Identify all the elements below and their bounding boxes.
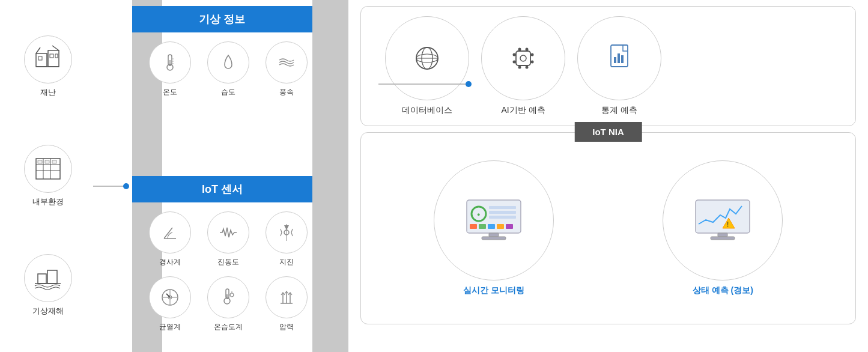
svg-point-41 bbox=[230, 293, 234, 297]
vibration-label: 진동도 bbox=[217, 257, 239, 267]
svg-rect-72 bbox=[621, 55, 624, 63]
svg-rect-90 bbox=[711, 237, 735, 240]
svg-rect-77 bbox=[489, 211, 516, 214]
iot-block: IoT 센서 경사계 bbox=[96, 176, 348, 346]
svg-rect-79 bbox=[470, 224, 477, 229]
svg-rect-83 bbox=[506, 224, 513, 229]
sensor-temperature: 온도 bbox=[144, 41, 196, 97]
wind-circle bbox=[266, 41, 308, 83]
temphum-circle bbox=[207, 276, 249, 318]
monitoring-circle: ● bbox=[434, 160, 554, 281]
sensor-temphum: 온습도계 bbox=[202, 276, 255, 332]
inclinometer-label: 경사계 bbox=[159, 257, 181, 267]
iot-block-header: IoT 센서 bbox=[132, 176, 312, 202]
main-container: 재난 내부환경 bbox=[0, 0, 868, 352]
alert-circle: ! bbox=[663, 160, 783, 281]
svg-rect-82 bbox=[497, 224, 504, 229]
db-circle bbox=[385, 16, 469, 100]
svg-rect-51 bbox=[516, 51, 530, 65]
monitor-alert-icon: ! bbox=[693, 197, 753, 244]
vibration-icon bbox=[217, 222, 239, 243]
svg-rect-18 bbox=[45, 160, 49, 163]
ai-label: AI기반 예측 bbox=[501, 105, 545, 116]
svg-rect-10 bbox=[50, 54, 53, 58]
pressure-icon bbox=[276, 287, 297, 308]
source-circle-disaster bbox=[24, 35, 72, 83]
db-label: 데이터베이스 bbox=[402, 105, 452, 116]
humidity-circle bbox=[207, 41, 249, 83]
svg-rect-11 bbox=[55, 54, 58, 58]
disaster-icon bbox=[33, 44, 63, 74]
iot-title: IoT 센서 bbox=[202, 183, 243, 195]
iot-sensors-grid-row1: 경사계 진동도 bbox=[96, 202, 348, 276]
source-circle-interior bbox=[24, 145, 72, 193]
source-label-disaster: 재난 bbox=[40, 87, 56, 98]
svg-line-8 bbox=[52, 46, 59, 50]
prediction-section: 데이터베이스 bbox=[360, 6, 856, 126]
temperature-label: 온도 bbox=[163, 87, 177, 97]
humidity-icon bbox=[217, 52, 239, 73]
alert-label: 상태 예측 (경보) bbox=[693, 285, 753, 296]
pressure-circle bbox=[266, 276, 308, 318]
svg-text:●: ● bbox=[477, 211, 480, 217]
prediction-ai: AI기반 예측 bbox=[481, 16, 565, 116]
stats-circle bbox=[577, 16, 661, 100]
svg-rect-89 bbox=[718, 233, 727, 237]
weather-sensors-grid: 온도 습도 bbox=[96, 32, 348, 106]
earthquake-icon bbox=[276, 222, 297, 243]
svg-rect-5 bbox=[48, 50, 59, 67]
database-icon bbox=[409, 40, 445, 76]
prediction-stats: 통계 예측 bbox=[577, 16, 661, 116]
svg-rect-81 bbox=[488, 224, 495, 229]
source-item-disaster: 재난 bbox=[24, 35, 72, 98]
svg-rect-19 bbox=[52, 160, 56, 163]
svg-rect-71 bbox=[618, 53, 620, 63]
vibration-circle bbox=[207, 211, 249, 253]
output-alert: ! 상태 예측 (경보) bbox=[615, 145, 832, 312]
source-item-interior: 내부환경 bbox=[24, 145, 72, 207]
crack-label: 균열계 bbox=[159, 322, 181, 332]
pressure-label: 압력 bbox=[279, 322, 294, 332]
output-monitoring: ● 실 bbox=[385, 145, 602, 312]
wind-label: 풍속 bbox=[279, 87, 294, 97]
stats-label: 통계 예측 bbox=[601, 105, 637, 116]
weather-title: 기상 정보 bbox=[199, 13, 245, 25]
iot-sensors-grid-row2: 균열계 온습도계 bbox=[96, 276, 348, 341]
svg-rect-84 bbox=[489, 233, 499, 237]
left-section: 재난 내부환경 bbox=[0, 0, 96, 352]
humidity-label: 습도 bbox=[221, 87, 235, 97]
right-section: 데이터베이스 bbox=[348, 0, 868, 352]
svg-rect-85 bbox=[482, 237, 506, 240]
sensor-crack: 균열계 bbox=[144, 276, 196, 332]
svg-rect-17 bbox=[38, 160, 42, 163]
svg-rect-76 bbox=[489, 206, 516, 209]
svg-rect-20 bbox=[38, 274, 46, 284]
sensor-pressure: 압력 bbox=[260, 276, 312, 332]
thermometer-icon bbox=[159, 52, 181, 73]
inclinometer-circle bbox=[149, 211, 191, 253]
svg-point-52 bbox=[520, 55, 526, 61]
sensor-earthquake: 지진 bbox=[260, 211, 312, 267]
weather-block-header: 기상 정보 bbox=[132, 6, 312, 32]
source-item-disaster2: 기상재해 bbox=[24, 254, 72, 317]
temphum-icon bbox=[217, 287, 239, 308]
prediction-db: 데이터베이스 bbox=[385, 16, 469, 116]
svg-rect-78 bbox=[489, 216, 516, 219]
crack-icon bbox=[159, 287, 181, 308]
middle-section: 기상 정보 온도 bbox=[96, 0, 348, 352]
disaster2-icon bbox=[33, 263, 63, 293]
monitoring-label: 실시간 모니터링 bbox=[463, 285, 524, 296]
ai-circle bbox=[481, 16, 565, 100]
ai-icon bbox=[505, 40, 541, 76]
sensor-humidity: 습도 bbox=[202, 41, 255, 97]
sensor-wind: 풍속 bbox=[260, 41, 312, 97]
svg-text:!: ! bbox=[727, 220, 729, 229]
svg-rect-70 bbox=[614, 57, 616, 63]
inclinometer-icon bbox=[159, 222, 181, 243]
source-label-interior: 내부환경 bbox=[32, 196, 64, 207]
source-label-disaster2: 기상재해 bbox=[32, 306, 64, 317]
svg-rect-80 bbox=[479, 224, 486, 229]
iot-nia-label: IoT NIA bbox=[574, 122, 642, 142]
sensor-vibration: 진동도 bbox=[202, 211, 255, 267]
output-section: IoT NIA ● bbox=[360, 132, 856, 324]
